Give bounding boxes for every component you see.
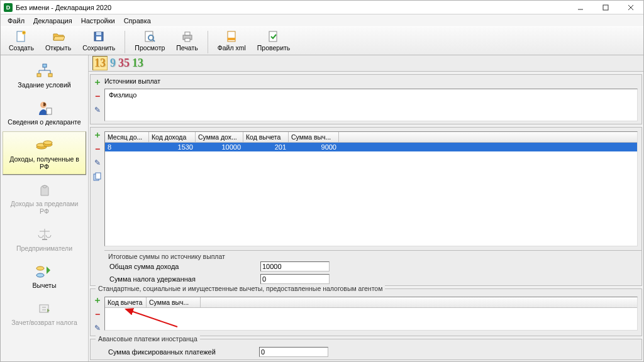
- payments-buttons: ＋ − ✎: [91, 128, 104, 285]
- col-income-sum[interactable]: Сумма дох...: [196, 132, 243, 142]
- svg-point-25: [36, 273, 44, 277]
- maximize-button[interactable]: [593, 1, 618, 14]
- svg-point-21: [43, 141, 52, 145]
- copy-payment-button[interactable]: [92, 172, 103, 182]
- minimize-button[interactable]: [568, 1, 593, 14]
- create-button[interactable]: Создать: [3, 27, 40, 53]
- col-deduction-code[interactable]: Код вычета: [243, 132, 289, 142]
- svg-rect-12: [269, 31, 277, 41]
- nav-entrepreneurs[interactable]: Предприниматели: [3, 221, 86, 256]
- edit-icon: ✎: [94, 324, 101, 332]
- agent-deductions-label: Стандартные, социальные и имущественные …: [96, 285, 385, 292]
- deductions-buttons: ＋ − ✎: [91, 293, 104, 336]
- total-income-label: Общая сумма дохода: [109, 263, 260, 270]
- svg-rect-14: [37, 74, 41, 77]
- open-button[interactable]: Открыть: [40, 27, 77, 53]
- advance-label: Авансовые платежи иностранца: [96, 335, 200, 343]
- deductions-body: [105, 308, 637, 330]
- col-deduction-sum[interactable]: Сумма выч...: [289, 132, 339, 142]
- nav-declarant[interactable]: Сведения о декларанте: [3, 94, 86, 130]
- agent-deductions-group: Стандартные, социальные и имущественные …: [90, 288, 642, 336]
- menu-file[interactable]: Файл: [3, 16, 29, 26]
- plus-icon: ＋: [93, 295, 102, 306]
- xml-button[interactable]: Файл xml: [212, 27, 252, 53]
- remove-source-button[interactable]: −: [92, 91, 103, 101]
- preview-button[interactable]: Просмотр: [129, 27, 170, 53]
- sources-list[interactable]: Физлицо: [104, 89, 638, 121]
- rate-tab-13b[interactable]: 13: [132, 57, 143, 70]
- menubar: Файл Декларация Настройки Справка: [1, 14, 643, 26]
- edit-icon: ✎: [94, 106, 101, 114]
- coins-icon: [34, 137, 55, 153]
- save-button[interactable]: Сохранить: [77, 27, 121, 53]
- nav-conditions[interactable]: Задание условий: [3, 57, 86, 93]
- check-button[interactable]: Проверить: [252, 27, 296, 53]
- sources-buttons: ＋ − ✎: [91, 75, 104, 124]
- add-payment-button[interactable]: ＋: [92, 130, 103, 140]
- add-source-button[interactable]: ＋: [92, 77, 103, 87]
- xml-file-icon: [225, 30, 238, 43]
- sources-group: ＋ − ✎ Источники выплат Физлицо: [90, 74, 642, 124]
- table-row[interactable]: 8 1530 10000 201 9000: [105, 143, 637, 151]
- menu-settings[interactable]: Настройки: [77, 16, 119, 26]
- edit-deduction-button[interactable]: ✎: [92, 323, 103, 333]
- printer-icon: [180, 30, 194, 43]
- edit-source-button[interactable]: ✎: [92, 105, 103, 115]
- plus-icon: ＋: [93, 77, 102, 88]
- remove-deduction-button[interactable]: −: [92, 309, 103, 319]
- tax-withheld-input[interactable]: [260, 274, 330, 284]
- minus-icon: −: [95, 91, 100, 101]
- rate-tab-35[interactable]: 35: [118, 57, 130, 70]
- app-window: D Без имени - Декларация 2020 Файл Декла…: [0, 0, 644, 362]
- nav-deductions[interactable]: Вычеты: [3, 258, 86, 293]
- save-disk-icon: [92, 30, 106, 43]
- scales-icon: [34, 226, 55, 243]
- nav-income-rf[interactable]: Доходы, полученные в РФ: [3, 131, 86, 175]
- total-income-input[interactable]: [260, 261, 330, 272]
- offset-icon: [34, 300, 55, 317]
- advance-group: Авансовые платежи иностранца Сумма фикси…: [90, 339, 642, 360]
- rate-tab-13-active[interactable]: 13: [92, 56, 108, 70]
- sources-label: Источники выплат: [104, 75, 641, 85]
- new-document-icon: [14, 30, 28, 43]
- advance-input[interactable]: [259, 347, 328, 357]
- left-sidebar: Задание условий Сведения о декларанте До…: [1, 55, 89, 361]
- nav-income-abroad[interactable]: Доходы за пределами РФ: [3, 176, 86, 219]
- deductions-header: Код вычета Сумма выч...: [105, 297, 637, 308]
- edit-payment-button[interactable]: ✎: [92, 158, 103, 168]
- add-deduction-button[interactable]: ＋: [92, 295, 103, 305]
- totals-label: Итоговые суммы по источнику выплат: [104, 251, 641, 260]
- deductions-icon: [34, 263, 55, 280]
- bag-icon: [34, 182, 55, 198]
- tax-withheld-label: Сумма налога удержанная: [109, 275, 260, 283]
- svg-rect-10: [185, 38, 190, 41]
- toolbar-separator: [125, 31, 125, 53]
- payments-header: Месяц до... Код дохода Сумма дох... Код …: [105, 132, 637, 143]
- col-income-code[interactable]: Код дохода: [149, 132, 196, 142]
- rate-tab-9[interactable]: 9: [110, 57, 116, 70]
- nav-offset[interactable]: Зачет/возврат налога: [3, 295, 86, 331]
- main-content: 13 9 35 13 ＋ − ✎ Источники выплат Физ: [89, 55, 643, 361]
- svg-rect-17: [47, 108, 52, 114]
- payments-table: Месяц до... Код дохода Сумма дох... Код …: [104, 131, 638, 246]
- remove-payment-button[interactable]: −: [92, 144, 103, 154]
- svg-rect-26: [40, 305, 48, 312]
- annotation-arrow: [121, 305, 184, 331]
- preview-icon: [143, 30, 157, 43]
- source-item[interactable]: Физлицо: [106, 90, 636, 99]
- app-icon: D: [4, 3, 13, 12]
- menu-help[interactable]: Справка: [119, 16, 155, 26]
- advance-field-label: Сумма фиксированных платежей: [108, 348, 259, 356]
- print-button[interactable]: Печать: [170, 27, 203, 53]
- minus-icon: −: [95, 309, 100, 319]
- person-icon: [34, 100, 55, 116]
- edit-icon: ✎: [94, 158, 101, 167]
- menu-declaration[interactable]: Декларация: [29, 16, 77, 26]
- close-button[interactable]: [618, 1, 643, 14]
- svg-rect-4: [96, 32, 101, 35]
- conditions-icon: [34, 63, 55, 79]
- col-month[interactable]: Месяц до...: [105, 132, 149, 142]
- svg-rect-28: [96, 173, 101, 179]
- payments-body: 8 1530 10000 201 9000: [105, 143, 637, 246]
- svg-rect-13: [43, 64, 47, 67]
